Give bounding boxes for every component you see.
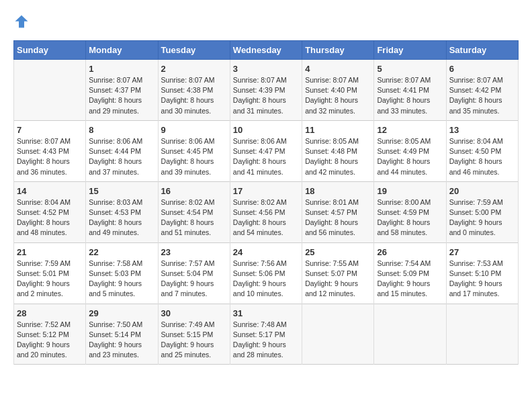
weekday-header: Tuesday: [158, 41, 230, 60]
calendar-day-cell: 29Sunrise: 7:50 AMSunset: 5:14 PMDayligh…: [86, 304, 158, 365]
day-info: Sunrise: 8:06 AMSunset: 4:47 PMDaylight:…: [233, 136, 299, 177]
calendar-day-cell: 17Sunrise: 8:02 AMSunset: 4:56 PMDayligh…: [230, 181, 302, 242]
day-number: 17: [233, 186, 299, 196]
calendar-day-cell: 23Sunrise: 7:57 AMSunset: 5:04 PMDayligh…: [158, 242, 230, 304]
day-info: Sunrise: 7:59 AMSunset: 5:01 PMDaylight:…: [17, 259, 83, 300]
calendar-week-row: 7Sunrise: 8:07 AMSunset: 4:43 PMDaylight…: [14, 120, 519, 181]
calendar-day-cell: 11Sunrise: 8:05 AMSunset: 4:48 PMDayligh…: [302, 120, 374, 181]
calendar-day-cell: 13Sunrise: 8:04 AMSunset: 4:50 PMDayligh…: [446, 120, 518, 181]
logo-icon: [13, 13, 30, 30]
day-number: 7: [17, 125, 83, 135]
weekday-header: Monday: [86, 41, 158, 60]
calendar-day-cell: 6Sunrise: 8:07 AMSunset: 4:42 PMDaylight…: [446, 60, 518, 121]
day-info: Sunrise: 8:07 AMSunset: 4:42 PMDaylight:…: [449, 75, 515, 116]
calendar-day-cell: 4Sunrise: 8:07 AMSunset: 4:40 PMDaylight…: [302, 60, 374, 121]
day-number: 1: [89, 64, 154, 74]
calendar-day-cell: 15Sunrise: 8:03 AMSunset: 4:53 PMDayligh…: [86, 181, 158, 242]
day-info: Sunrise: 7:57 AMSunset: 5:04 PMDaylight:…: [161, 259, 227, 300]
day-info: Sunrise: 8:02 AMSunset: 4:54 PMDaylight:…: [161, 197, 227, 238]
day-number: 30: [161, 308, 227, 318]
day-number: 9: [161, 125, 227, 135]
day-number: 8: [89, 125, 154, 135]
day-number: 31: [233, 308, 299, 318]
day-info: Sunrise: 8:07 AMSunset: 4:37 PMDaylight:…: [89, 75, 154, 116]
calendar-day-cell: 26Sunrise: 7:54 AMSunset: 5:09 PMDayligh…: [374, 242, 446, 304]
calendar-week-row: 1Sunrise: 8:07 AMSunset: 4:37 PMDaylight…: [14, 60, 519, 121]
day-info: Sunrise: 7:49 AMSunset: 5:15 PMDaylight:…: [161, 320, 227, 361]
weekday-header: Wednesday: [230, 41, 302, 60]
day-number: 16: [161, 186, 227, 196]
day-info: Sunrise: 7:56 AMSunset: 5:06 PMDaylight:…: [233, 259, 299, 300]
day-info: Sunrise: 7:53 AMSunset: 5:10 PMDaylight:…: [449, 259, 515, 300]
calendar-day-cell: 12Sunrise: 8:05 AMSunset: 4:49 PMDayligh…: [374, 120, 446, 181]
day-info: Sunrise: 8:04 AMSunset: 4:50 PMDaylight:…: [449, 136, 515, 177]
day-info: Sunrise: 8:05 AMSunset: 4:48 PMDaylight:…: [305, 136, 371, 177]
day-info: Sunrise: 7:58 AMSunset: 5:03 PMDaylight:…: [89, 259, 154, 300]
day-number: 27: [449, 247, 515, 257]
header-row: SundayMondayTuesdayWednesdayThursdayFrid…: [14, 41, 519, 60]
day-info: Sunrise: 8:00 AMSunset: 4:59 PMDaylight:…: [377, 197, 443, 238]
day-number: 21: [17, 247, 83, 257]
day-number: 24: [233, 247, 299, 257]
calendar-day-cell: 31Sunrise: 7:48 AMSunset: 5:17 PMDayligh…: [230, 304, 302, 365]
day-info: Sunrise: 8:01 AMSunset: 4:57 PMDaylight:…: [305, 197, 371, 238]
calendar-week-row: 14Sunrise: 8:04 AMSunset: 4:52 PMDayligh…: [14, 181, 519, 242]
calendar-day-cell: 20Sunrise: 7:59 AMSunset: 5:00 PMDayligh…: [446, 181, 518, 242]
day-info: Sunrise: 7:52 AMSunset: 5:12 PMDaylight:…: [17, 320, 83, 361]
weekday-header: Saturday: [446, 41, 518, 60]
day-info: Sunrise: 8:06 AMSunset: 4:44 PMDaylight:…: [89, 136, 154, 177]
day-number: 25: [305, 247, 371, 257]
day-number: 6: [449, 64, 515, 74]
calendar-day-cell: 10Sunrise: 8:06 AMSunset: 4:47 PMDayligh…: [230, 120, 302, 181]
logo: [13, 13, 32, 30]
weekday-header: Thursday: [302, 41, 374, 60]
day-info: Sunrise: 7:50 AMSunset: 5:14 PMDaylight:…: [89, 320, 154, 361]
day-number: 13: [449, 125, 515, 135]
day-info: Sunrise: 8:07 AMSunset: 4:39 PMDaylight:…: [233, 75, 299, 116]
calendar-day-cell: 25Sunrise: 7:55 AMSunset: 5:07 PMDayligh…: [302, 242, 374, 304]
calendar-day-cell: 28Sunrise: 7:52 AMSunset: 5:12 PMDayligh…: [14, 304, 86, 365]
day-info: Sunrise: 8:07 AMSunset: 4:38 PMDaylight:…: [161, 75, 227, 116]
day-info: Sunrise: 7:59 AMSunset: 5:00 PMDaylight:…: [449, 197, 515, 238]
day-number: 4: [305, 64, 371, 74]
calendar-day-cell: 21Sunrise: 7:59 AMSunset: 5:01 PMDayligh…: [14, 242, 86, 304]
calendar-day-cell: 16Sunrise: 8:02 AMSunset: 4:54 PMDayligh…: [158, 181, 230, 242]
weekday-header: Sunday: [14, 41, 86, 60]
calendar-day-cell: 22Sunrise: 7:58 AMSunset: 5:03 PMDayligh…: [86, 242, 158, 304]
calendar-body: 1Sunrise: 8:07 AMSunset: 4:37 PMDaylight…: [14, 60, 519, 365]
day-number: 15: [89, 186, 154, 196]
day-number: 2: [161, 64, 227, 74]
page-header: [13, 13, 519, 30]
calendar-day-cell: 5Sunrise: 8:07 AMSunset: 4:41 PMDaylight…: [374, 60, 446, 121]
day-number: 12: [377, 125, 443, 135]
day-number: 5: [377, 64, 443, 74]
calendar-day-cell: 2Sunrise: 8:07 AMSunset: 4:38 PMDaylight…: [158, 60, 230, 121]
day-number: 20: [449, 186, 515, 196]
day-info: Sunrise: 8:02 AMSunset: 4:56 PMDaylight:…: [233, 197, 299, 238]
calendar-day-cell: 3Sunrise: 8:07 AMSunset: 4:39 PMDaylight…: [230, 60, 302, 121]
calendar-day-cell: [14, 60, 86, 121]
calendar-day-cell: 18Sunrise: 8:01 AMSunset: 4:57 PMDayligh…: [302, 181, 374, 242]
calendar-header: SundayMondayTuesdayWednesdayThursdayFrid…: [14, 41, 519, 60]
weekday-header: Friday: [374, 41, 446, 60]
calendar-day-cell: [446, 304, 518, 365]
calendar-day-cell: 1Sunrise: 8:07 AMSunset: 4:37 PMDaylight…: [86, 60, 158, 121]
calendar-day-cell: 7Sunrise: 8:07 AMSunset: 4:43 PMDaylight…: [14, 120, 86, 181]
calendar-day-cell: 9Sunrise: 8:06 AMSunset: 4:45 PMDaylight…: [158, 120, 230, 181]
day-info: Sunrise: 8:05 AMSunset: 4:49 PMDaylight:…: [377, 136, 443, 177]
calendar-table: SundayMondayTuesdayWednesdayThursdayFrid…: [13, 40, 519, 365]
day-info: Sunrise: 8:04 AMSunset: 4:52 PMDaylight:…: [17, 197, 83, 238]
day-info: Sunrise: 7:54 AMSunset: 5:09 PMDaylight:…: [377, 259, 443, 300]
day-info: Sunrise: 8:07 AMSunset: 4:41 PMDaylight:…: [377, 75, 443, 116]
calendar-week-row: 21Sunrise: 7:59 AMSunset: 5:01 PMDayligh…: [14, 242, 519, 304]
day-number: 22: [89, 247, 154, 257]
day-info: Sunrise: 7:48 AMSunset: 5:17 PMDaylight:…: [233, 320, 299, 361]
day-number: 28: [17, 308, 83, 318]
day-number: 11: [305, 125, 371, 135]
day-number: 23: [161, 247, 227, 257]
calendar-day-cell: 30Sunrise: 7:49 AMSunset: 5:15 PMDayligh…: [158, 304, 230, 365]
day-info: Sunrise: 8:07 AMSunset: 4:43 PMDaylight:…: [17, 136, 83, 177]
day-number: 29: [89, 308, 154, 318]
day-info: Sunrise: 7:55 AMSunset: 5:07 PMDaylight:…: [305, 259, 371, 300]
day-number: 18: [305, 186, 371, 196]
